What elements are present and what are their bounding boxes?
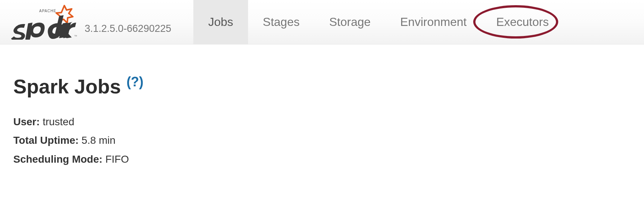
navbar: APACHE ™ 3.1.2.5.0-66290225 Jobs Stages … xyxy=(0,0,644,44)
help-icon[interactable]: (?) xyxy=(126,74,143,89)
page-content: Spark Jobs (?) User: trusted Total Uptim… xyxy=(0,44,644,182)
brand-block: APACHE ™ 3.1.2.5.0-66290225 xyxy=(11,5,171,40)
svg-text:™: ™ xyxy=(74,34,77,38)
tab-storage[interactable]: Storage xyxy=(314,0,385,44)
svg-text:APACHE: APACHE xyxy=(39,9,56,13)
version-text: 3.1.2.5.0-66290225 xyxy=(85,23,171,34)
summary-sched: Scheduling Mode: FIFO xyxy=(13,150,631,169)
uptime-label: Total Uptime: xyxy=(13,135,79,146)
tab-jobs[interactable]: Jobs xyxy=(193,0,248,44)
uptime-value: 5.8 min xyxy=(82,135,116,146)
job-summary-list: User: trusted Total Uptime: 5.8 min Sche… xyxy=(13,113,631,169)
nav-tabs: Jobs Stages Storage Environment Executor… xyxy=(193,0,563,44)
sched-value: FIFO xyxy=(105,153,129,165)
user-value: trusted xyxy=(43,116,74,127)
summary-uptime: Total Uptime: 5.8 min xyxy=(13,131,631,150)
tab-environment[interactable]: Environment xyxy=(386,0,482,44)
tab-executors[interactable]: Executors xyxy=(481,0,563,44)
sched-label: Scheduling Mode: xyxy=(13,153,102,165)
page-title-text: Spark Jobs xyxy=(13,75,126,97)
tab-stages[interactable]: Stages xyxy=(248,0,315,44)
tab-executors-label: Executors xyxy=(496,15,549,29)
page-title: Spark Jobs (?) xyxy=(13,74,631,98)
summary-user: User: trusted xyxy=(13,113,631,131)
user-label: User: xyxy=(13,116,40,127)
spark-logo-icon: APACHE ™ xyxy=(11,5,79,40)
